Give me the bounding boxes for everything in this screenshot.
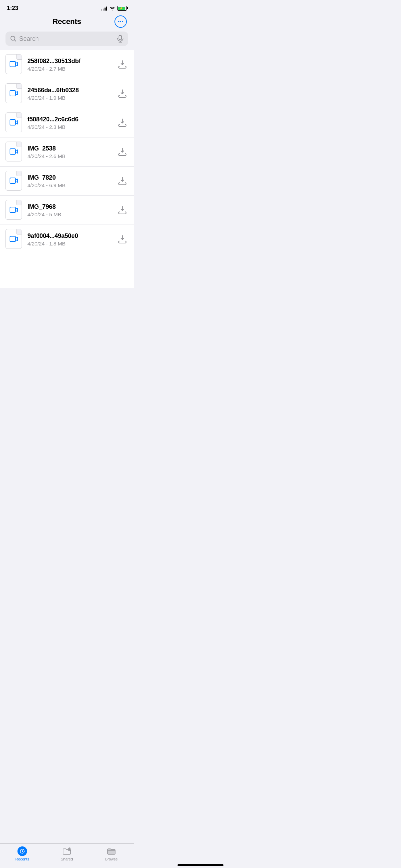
file-icon-wrapper [5,171,23,191]
video-file-icon [10,206,18,213]
search-bar[interactable] [5,32,128,46]
wifi-icon [109,6,115,11]
file-meta: 4/20/24 - 2.6 MB [27,153,112,159]
file-name: 9af0004...49a50e0 [27,232,112,240]
video-file-icon [10,177,18,184]
file-icon-wrapper [5,142,23,162]
file-page-icon [5,112,22,132]
list-item[interactable]: IMG_7968 4/20/24 - 5 MB [0,196,134,225]
svg-rect-4 [119,35,122,40]
file-meta: 4/20/24 - 2.7 MB [27,66,112,72]
microphone-icon[interactable] [117,35,123,43]
search-input[interactable] [19,35,114,43]
file-info: f508420...2c6c6d6 4/20/24 - 2.3 MB [27,116,112,130]
file-meta: 4/20/24 - 6.9 MB [27,182,112,188]
download-button[interactable] [117,204,128,216]
file-meta: 4/20/24 - 5 MB [27,212,112,217]
svg-point-0 [118,21,120,22]
download-button[interactable] [117,117,128,129]
file-icon-wrapper [5,200,23,220]
file-meta: 4/20/24 - 1.8 MB [27,241,112,246]
file-icon-wrapper [5,229,23,250]
svg-point-2 [122,21,123,22]
list-item[interactable]: 24566da...6fb0328 4/20/24 - 1.9 MB [0,79,134,108]
svg-rect-8 [10,91,15,96]
signal-icon [101,6,107,11]
video-file-icon [10,61,18,68]
file-name: IMG_2538 [27,145,112,152]
file-meta: 4/20/24 - 2.3 MB [27,124,112,130]
more-options-button[interactable] [114,15,127,28]
file-info: 24566da...6fb0328 4/20/24 - 1.9 MB [27,87,112,101]
file-info: IMG_7968 4/20/24 - 5 MB [27,203,112,217]
svg-point-1 [120,21,121,22]
list-item[interactable]: 258f082...30513dbf 4/20/24 - 2.7 MB [0,50,134,79]
file-list: 258f082...30513dbf 4/20/24 - 2.7 MB [0,50,134,288]
svg-rect-10 [10,149,15,154]
file-page-icon [5,142,22,161]
svg-rect-11 [10,178,15,183]
file-page-icon [5,54,22,74]
video-file-icon [10,148,18,155]
file-page-icon [5,200,22,220]
file-page-icon [5,171,22,191]
file-name: 258f082...30513dbf [27,58,112,65]
status-icons: ⚡ [101,6,127,11]
status-time: 1:23 [7,5,18,12]
list-item[interactable]: IMG_7820 4/20/24 - 6.9 MB [0,167,134,196]
download-button[interactable] [117,233,128,245]
download-button[interactable] [117,146,128,158]
page-title: Recents [52,17,81,26]
list-item[interactable]: f508420...2c6c6d6 4/20/24 - 2.3 MB [0,108,134,137]
file-name: f508420...2c6c6d6 [27,116,112,123]
svg-rect-7 [10,61,15,67]
video-file-icon [10,119,18,126]
file-info: IMG_7820 4/20/24 - 6.9 MB [27,174,112,188]
download-button[interactable] [117,88,128,99]
svg-rect-12 [10,207,15,213]
file-icon-wrapper [5,83,23,104]
search-bar-container [0,30,134,50]
svg-rect-9 [10,120,15,125]
search-icon [10,36,16,42]
header: Recents [0,14,134,30]
file-info: 9af0004...49a50e0 4/20/24 - 1.8 MB [27,232,112,246]
video-file-icon [10,90,18,97]
file-meta: 4/20/24 - 1.9 MB [27,95,112,101]
battery-icon: ⚡ [117,6,127,11]
status-bar: 1:23 ⚡ [0,0,134,14]
file-info: 258f082...30513dbf 4/20/24 - 2.7 MB [27,58,112,72]
file-name: IMG_7968 [27,203,112,210]
list-item[interactable]: 9af0004...49a50e0 4/20/24 - 1.8 MB [0,225,134,254]
download-button[interactable] [117,59,128,70]
video-file-icon [10,236,18,242]
file-info: IMG_2538 4/20/24 - 2.6 MB [27,145,112,159]
file-name: 24566da...6fb0328 [27,87,112,94]
list-item[interactable]: IMG_2538 4/20/24 - 2.6 MB [0,137,134,167]
svg-rect-13 [10,236,15,242]
file-icon-wrapper [5,54,23,75]
download-button[interactable] [117,175,128,187]
file-name: IMG_7820 [27,174,112,181]
file-page-icon [5,83,22,103]
file-page-icon [5,229,22,249]
file-icon-wrapper [5,112,23,133]
